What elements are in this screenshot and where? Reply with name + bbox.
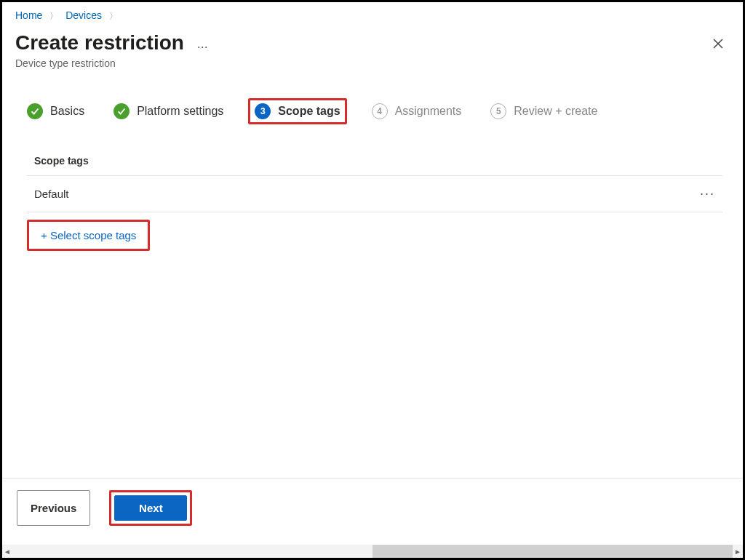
step-basics[interactable]: Basics: [23, 100, 89, 122]
wizard-footer: Previous Next: [2, 478, 743, 537]
page-title: Create restriction: [15, 31, 184, 55]
step-assignments[interactable]: 4 Assignments: [367, 100, 466, 122]
step-scope-tags[interactable]: 3 Scope tags: [248, 98, 346, 124]
close-icon[interactable]: [706, 31, 730, 57]
check-icon: [27, 103, 43, 119]
scope-tag-row-default: Default ···: [27, 176, 722, 212]
step-number-icon: 3: [255, 103, 271, 119]
step-label: Assignments: [395, 105, 462, 118]
breadcrumb-home[interactable]: Home: [15, 9, 42, 21]
chevron-right-icon: 〉: [109, 11, 118, 21]
page-subtitle: Device type restriction: [15, 57, 208, 69]
select-scope-tags-link[interactable]: + Select scope tags: [27, 220, 150, 251]
scroll-right-arrow-icon[interactable]: ►: [733, 545, 743, 558]
wizard-stepper: Basics Platform settings 3 Scope tags 4 …: [2, 69, 743, 137]
step-label: Review + create: [514, 105, 597, 118]
horizontal-scrollbar[interactable]: ◄ ►: [2, 545, 743, 558]
step-number-icon: 5: [490, 103, 506, 119]
more-options-icon[interactable]: ···: [197, 39, 208, 55]
scroll-left-arrow-icon[interactable]: ◄: [2, 545, 12, 558]
previous-button[interactable]: Previous: [17, 490, 90, 526]
step-label: Scope tags: [278, 105, 340, 118]
step-label: Basics: [50, 105, 84, 118]
next-button[interactable]: Next: [114, 495, 187, 521]
step-label: Platform settings: [137, 105, 223, 118]
scope-tag-name: Default: [34, 188, 69, 200]
breadcrumb: Home 〉 Devices 〉: [2, 2, 743, 27]
breadcrumb-devices[interactable]: Devices: [65, 9, 102, 21]
step-number-icon: 4: [372, 103, 388, 119]
check-icon: [113, 103, 130, 119]
scrollbar-thumb[interactable]: [372, 545, 733, 558]
chevron-right-icon: 〉: [49, 11, 58, 21]
row-context-menu-icon[interactable]: ···: [700, 186, 715, 201]
step-platform-settings[interactable]: Platform settings: [109, 100, 228, 122]
step-review-create[interactable]: 5 Review + create: [486, 100, 602, 122]
scope-tags-heading: Scope tags: [27, 148, 722, 176]
